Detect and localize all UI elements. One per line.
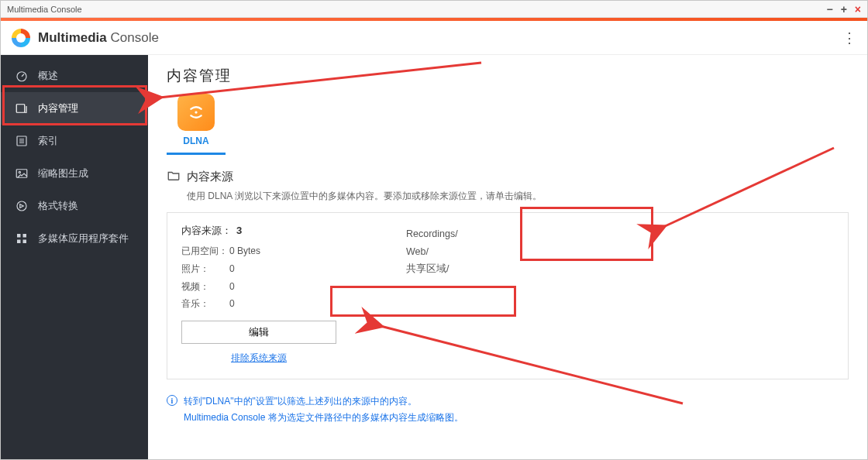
convert-icon (15, 199, 29, 213)
section-title: 内容来源 (187, 170, 233, 184)
sidebar-item-content-mgmt[interactable]: 内容管理 (1, 92, 148, 125)
window-close-button[interactable]: × (855, 4, 861, 15)
info-note: i 转到"DLNA"中的"设置"以筛选上述列出的来源中的内容。 Multimed… (167, 393, 849, 425)
sidebar-item-index[interactable]: 索引 (1, 125, 148, 157)
stat-value: 0 (229, 281, 235, 292)
window-minimize-button[interactable]: − (826, 4, 832, 15)
tab-dlna[interactable]: DLNA (167, 94, 226, 155)
sidebar-item-label: 多媒体应用程序套件 (38, 232, 129, 245)
sidebar-item-label: 索引 (38, 134, 58, 148)
sidebar-item-label: 内容管理 (38, 101, 78, 115)
sources-count-line: 内容来源：3 (181, 224, 375, 238)
source-path: Web/ (406, 243, 458, 261)
content-sources-section: 内容来源 使用 DLNA 浏览以下来源位置中的多媒体内容。要添加或移除来源位置，… (167, 169, 849, 425)
info-icon: i (167, 395, 177, 406)
stat-value: 0 (229, 298, 235, 309)
app-tabs: DLNA (167, 94, 849, 155)
app-title-bold: Multimedia (38, 30, 107, 45)
dlna-app-icon (177, 94, 215, 131)
window-titlebar: Multimedia Console − + × (1, 1, 867, 18)
stat-row-photo: 照片：0 (181, 260, 375, 278)
stat-value: 0 Bytes (229, 245, 260, 256)
sidebar-item-transcode[interactable]: 格式转换 (1, 190, 148, 222)
stat-row-music: 音乐：0 (181, 295, 375, 313)
app-title-light: Console (107, 30, 159, 45)
list-icon (15, 134, 29, 148)
sidebar-item-overview[interactable]: 概述 (1, 60, 148, 92)
stat-value: 0 (229, 263, 235, 274)
app-window: Multimedia Console − + × Multimedia Cons… (0, 0, 868, 460)
svg-point-4 (19, 171, 20, 173)
app-header-left: Multimedia Console (12, 29, 159, 47)
section-description: 使用 DLNA 浏览以下来源位置中的多媒体内容。要添加或移除来源位置，请单击编辑… (187, 190, 849, 203)
svg-rect-8 (17, 240, 21, 244)
source-path: Recordings/ (406, 225, 458, 243)
stat-label: 已用空间： (181, 242, 229, 260)
source-path: 共享区域/ (406, 260, 458, 278)
sources-summary: 内容来源：3 已用空间：0 Bytes 照片：0 视频：0 音乐：0 编辑 排除… (181, 224, 375, 365)
section-header: 内容来源 (167, 169, 849, 185)
info-line: 转到"DLNA"中的"设置"以筛选上述列出的来源中的内容。 (184, 393, 463, 409)
image-icon (15, 166, 29, 180)
stat-label: 照片： (181, 260, 229, 278)
svg-rect-6 (17, 234, 21, 238)
sidebar-item-label: 概述 (38, 69, 58, 83)
folder-icon (167, 169, 181, 185)
sidebar-item-label: 缩略图生成 (38, 166, 88, 180)
sources-count-label: 内容来源： (181, 225, 232, 236)
more-menu-button[interactable]: ⋮ (842, 31, 856, 45)
app-title: Multimedia Console (38, 30, 159, 46)
sources-stats: 已用空间：0 Bytes 照片：0 视频：0 音乐：0 (181, 242, 375, 313)
app-body: 概述 内容管理 索引 缩略图生成 (1, 55, 867, 460)
info-text: 转到"DLNA"中的"设置"以筛选上述列出的来源中的内容。 Multimedia… (184, 393, 463, 425)
stat-row-used: 已用空间：0 Bytes (181, 242, 375, 260)
stat-label: 音乐： (181, 295, 229, 313)
sidebar-item-suite[interactable]: 多媒体应用程序套件 (1, 222, 148, 255)
tab-label: DLNA (183, 136, 208, 146)
source-paths-list: Recordings/ Web/ 共享区域/ (406, 224, 458, 365)
svg-rect-7 (23, 234, 27, 238)
sources-count-value: 3 (236, 225, 242, 236)
main-content: 内容管理 DLNA 内容来源 使用 DLNA 浏览以下来源位置中的多媒体内容。要… (148, 55, 867, 460)
stat-label: 视频： (181, 278, 229, 296)
sidebar-item-label: 格式转换 (38, 199, 78, 213)
content-icon (15, 101, 29, 115)
edit-button-label: 编辑 (249, 325, 269, 339)
info-line: Multimedia Console 将为选定文件路径中的多媒体内容生成缩略图。 (184, 410, 463, 425)
edit-button[interactable]: 编辑 (181, 321, 336, 344)
stat-row-video: 视频：0 (181, 278, 375, 296)
svg-rect-1 (16, 105, 25, 113)
window-maximize-button[interactable]: + (841, 4, 847, 15)
sidebar-item-thumbs[interactable]: 缩略图生成 (1, 157, 148, 190)
svg-point-5 (17, 201, 26, 211)
page-title: 内容管理 (167, 66, 849, 86)
svg-rect-9 (23, 240, 27, 244)
sources-card: 内容来源：3 已用空间：0 Bytes 照片：0 视频：0 音乐：0 编辑 排除… (167, 212, 849, 379)
gauge-icon (15, 69, 29, 83)
apps-icon (15, 232, 29, 245)
app-header: Multimedia Console ⋮ (1, 21, 867, 55)
sidebar: 概述 内容管理 索引 缩略图生成 (1, 55, 148, 460)
window-controls: − + × (826, 4, 861, 15)
svg-point-10 (195, 111, 197, 113)
exclude-system-sources-link[interactable]: 排除系统来源 (181, 352, 336, 365)
window-title: Multimedia Console (7, 5, 82, 14)
app-logo-icon (12, 29, 30, 47)
